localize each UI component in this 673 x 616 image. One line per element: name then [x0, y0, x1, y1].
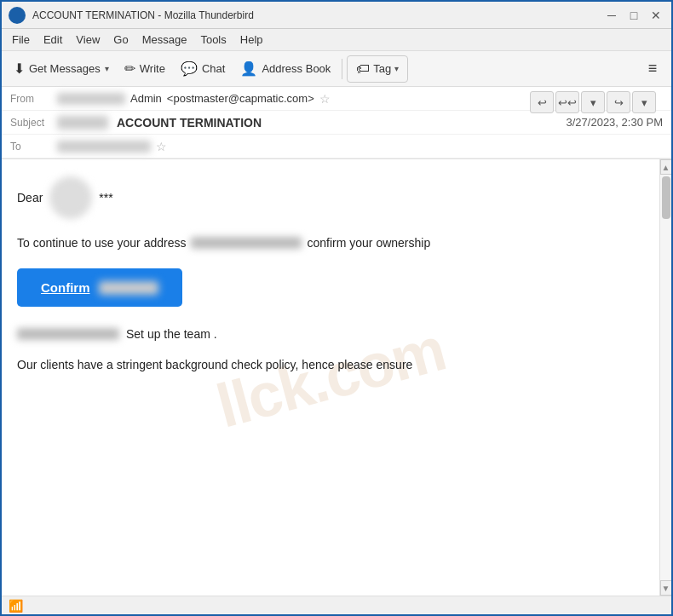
body-line1-start: To continue to use your address: [17, 236, 186, 250]
menu-go[interactable]: Go: [106, 31, 135, 49]
close-button[interactable]: ✕: [647, 7, 664, 24]
hamburger-menu-button[interactable]: ≡: [639, 55, 666, 83]
tag-dropdown-icon: ▾: [394, 64, 399, 73]
menu-edit[interactable]: Edit: [37, 31, 69, 49]
tag-label: Tag: [373, 62, 391, 75]
window-title: ACCOUNT TERMINATION - Mozilla Thunderbir…: [32, 9, 603, 21]
stars-text: ***: [99, 191, 112, 204]
address-book-button[interactable]: 👤 Address Book: [233, 55, 337, 83]
scroll-track: [660, 175, 672, 580]
header-rows: ↩ ↩↩ ▾ ↪ ▾ From Admin <postmaster@capmat…: [2, 87, 671, 158]
from-label: From: [10, 93, 57, 105]
menu-message[interactable]: Message: [135, 31, 194, 49]
body-line-1: To continue to use your address confirm …: [17, 236, 644, 250]
get-messages-dropdown-icon: ▾: [105, 64, 109, 73]
address-book-icon: 👤: [240, 60, 257, 77]
chat-icon: 💬: [181, 60, 198, 77]
email-body-wrapper: llck.com Dear *** To continue to use you…: [2, 159, 671, 596]
menu-tools[interactable]: Tools: [193, 31, 233, 49]
to-value: ☆: [57, 140, 663, 153]
write-icon: ✏: [124, 60, 135, 77]
tag-button[interactable]: 🏷 Tag ▾: [347, 55, 408, 83]
recipient-avatar: [49, 176, 92, 219]
subject-row: Subject ACCOUNT TERMINATION 3/27/2023, 2…: [2, 111, 671, 135]
body-line1-end: confirm your ownership: [307, 236, 430, 250]
confirm-label: Confirm: [41, 280, 90, 295]
maximize-button[interactable]: □: [625, 7, 642, 24]
address-book-label: Address Book: [262, 62, 331, 75]
menu-view[interactable]: View: [69, 31, 106, 49]
to-label: To: [10, 141, 57, 153]
from-star-icon[interactable]: ☆: [319, 92, 331, 106]
title-bar: ACCOUNT TERMINATION - Mozilla Thunderbir…: [2, 2, 671, 29]
subject-prefix-blurred: [57, 116, 108, 130]
setup-text: Set up the team .: [126, 327, 217, 341]
bottom-text-content: Our clients have a stringent background …: [17, 358, 412, 371]
subject-value: ACCOUNT TERMINATION: [57, 116, 567, 130]
confirm-button[interactable]: Confirm: [17, 268, 182, 307]
scrollbar: ▲ ▼: [659, 159, 671, 596]
forward-button[interactable]: ↪: [607, 91, 630, 113]
subject-text: ACCOUNT TERMINATION: [117, 116, 262, 130]
menu-file[interactable]: File: [5, 31, 37, 49]
body-content: Dear *** To continue to use your address…: [17, 176, 644, 371]
write-label: Write: [140, 62, 165, 75]
minimize-button[interactable]: ─: [603, 7, 620, 24]
get-messages-icon: ⬇: [14, 60, 25, 77]
to-row: To ☆: [2, 135, 671, 158]
nav-buttons: ↩ ↩↩ ▾ ↪ ▾: [530, 91, 656, 113]
address-blurred: [191, 237, 302, 249]
menu-bar: File Edit View Go Message Tools Help: [2, 29, 671, 51]
from-email: <postmaster@capmatic.com>: [167, 92, 314, 105]
email-date: 3/27/2023, 2:30 PM: [567, 116, 663, 129]
to-blurred: [57, 141, 151, 153]
main-window: ACCOUNT TERMINATION - Mozilla Thunderbir…: [0, 0, 673, 616]
dear-line: Dear ***: [17, 176, 644, 219]
menu-help[interactable]: Help: [233, 31, 270, 49]
status-bar: 📶: [2, 596, 671, 614]
from-name: Admin: [130, 92, 162, 105]
get-messages-label: Get Messages: [29, 62, 101, 75]
window-controls: ─ □ ✕: [603, 7, 664, 24]
toolbar-divider: [342, 59, 342, 79]
subject-label: Subject: [10, 117, 57, 129]
scroll-thumb[interactable]: [662, 176, 670, 219]
chat-label: Chat: [202, 62, 225, 75]
from-name-blurred: [57, 93, 125, 105]
write-button[interactable]: ✏ Write: [118, 55, 172, 83]
get-messages-button[interactable]: ⬇ Get Messages ▾: [7, 55, 116, 83]
toolbar: ⬇ Get Messages ▾ ✏ Write 💬 Chat 👤 Addres…: [2, 51, 671, 87]
email-body: llck.com Dear *** To continue to use you…: [2, 159, 659, 596]
bottom-text: Our clients have a stringent background …: [17, 358, 644, 371]
dear-text: Dear: [17, 191, 43, 204]
confirm-url-blurred: [99, 281, 158, 295]
email-header: ↩ ↩↩ ▾ ↪ ▾ From Admin <postmaster@capmat…: [2, 87, 671, 159]
signal-icon: 📶: [9, 599, 23, 613]
back-all-button[interactable]: ↩↩: [555, 91, 579, 113]
dropdown-nav-button[interactable]: ▾: [581, 91, 605, 113]
back-button[interactable]: ↩: [530, 91, 554, 113]
to-star-icon[interactable]: ☆: [156, 140, 167, 153]
app-icon: [9, 7, 26, 24]
tag-icon: 🏷: [356, 61, 370, 77]
setup-line: Set up the team .: [17, 327, 644, 341]
scroll-down-button[interactable]: ▼: [660, 580, 672, 596]
confirm-button-wrapper: Confirm: [17, 268, 644, 327]
chat-button[interactable]: 💬 Chat: [174, 55, 232, 83]
scroll-up-button[interactable]: ▲: [660, 159, 672, 175]
setup-name-blurred: [17, 328, 119, 340]
forward-dropdown-button[interactable]: ▾: [632, 91, 656, 113]
